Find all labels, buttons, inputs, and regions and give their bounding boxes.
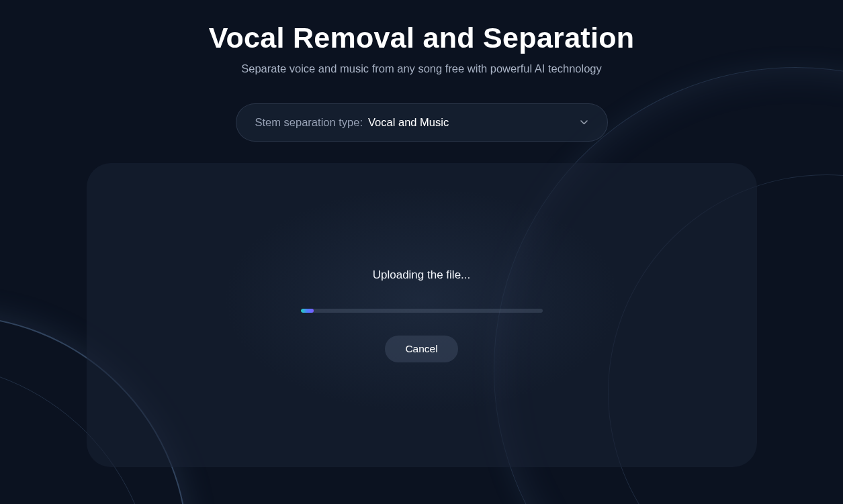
stem-separation-label: Stem separation type:: [255, 116, 363, 129]
chevron-down-icon: [580, 119, 588, 127]
page-title: Vocal Removal and Separation: [209, 21, 635, 54]
stem-separation-value: Vocal and Music: [368, 116, 580, 129]
page-subtitle: Separate voice and music from any song f…: [241, 62, 602, 75]
upload-card: Uploading the file... Cancel: [87, 163, 757, 467]
upload-progress-bar: [301, 309, 543, 313]
stem-separation-select[interactable]: Stem separation type: Vocal and Music: [236, 103, 608, 142]
cancel-button[interactable]: Cancel: [385, 336, 457, 362]
upload-progress-fill: [301, 309, 314, 313]
upload-status-text: Uploading the file...: [373, 268, 471, 282]
